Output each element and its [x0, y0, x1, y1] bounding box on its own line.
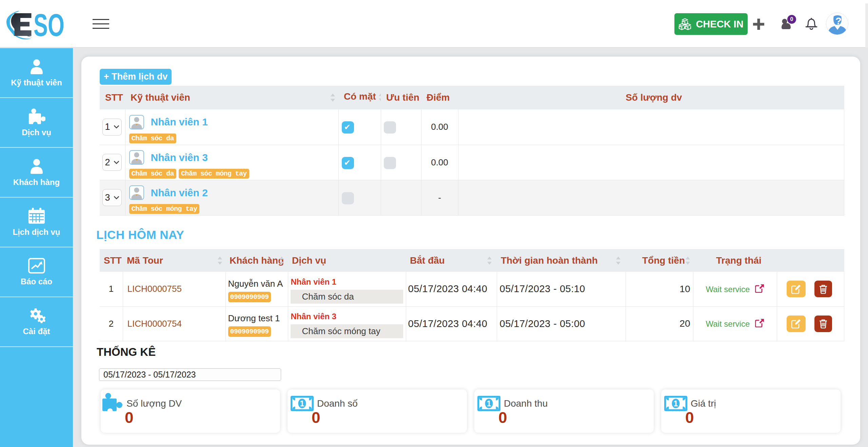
svg-text:SO: SO	[34, 7, 64, 41]
svg-text:?: ?	[835, 15, 842, 26]
svg-text:1: 1	[300, 399, 304, 408]
svg-text:1: 1	[674, 399, 678, 408]
svg-text:1: 1	[487, 399, 491, 408]
